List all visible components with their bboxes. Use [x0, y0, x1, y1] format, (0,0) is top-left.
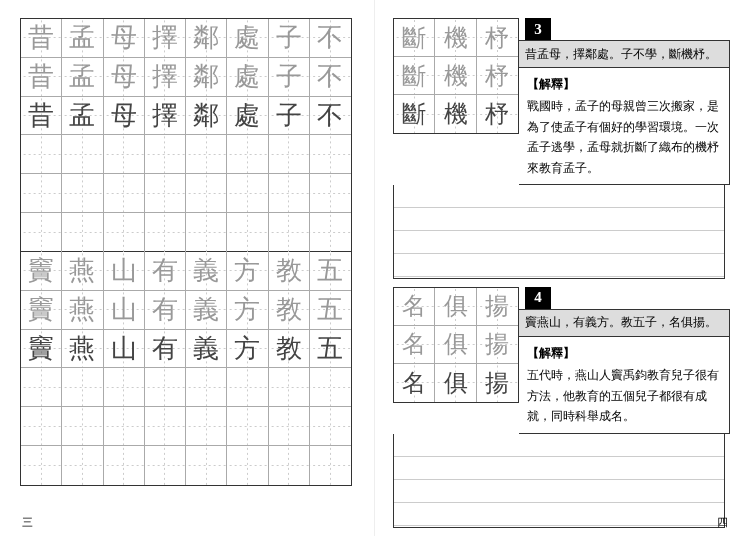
grid-cell — [269, 174, 310, 212]
grid-cell — [186, 446, 227, 485]
grid-cell: 昔 — [21, 19, 62, 57]
grid-cell: 名 — [394, 288, 435, 325]
grid-cell: 竇 — [21, 291, 62, 329]
grid-cell: 斷 — [394, 95, 435, 133]
grid-cell: 揚 — [477, 288, 518, 325]
grid-cell: 昔 — [21, 97, 62, 135]
grid-cell: 鄰 — [186, 58, 227, 96]
grid-cell — [186, 213, 227, 252]
verse-header: 竇燕山，有義方。教五子，名俱揚。 — [519, 309, 730, 337]
grid-cell: 不 — [310, 19, 351, 57]
grid-cell: 擇 — [145, 19, 186, 57]
grid-cell: 機 — [435, 95, 476, 133]
grid-cell: 鄰 — [186, 19, 227, 57]
grid-cell — [227, 135, 268, 173]
writing-lines — [393, 185, 725, 279]
grid-cell — [269, 446, 310, 485]
grid-cell: 杼 — [477, 19, 518, 56]
explanation-box: 【解釋】五代時，燕山人竇禹鈞教育兒子很有方法，他教育的五個兒子都很有成就，同時科… — [519, 337, 730, 434]
grid-cell: 孟 — [62, 58, 103, 96]
grid-cell: 燕 — [62, 330, 103, 368]
left-page: 昔孟母擇鄰處子不昔孟母擇鄰處子不昔孟母擇鄰處子不竇燕山有義方教五竇燕山有義方教五… — [0, 0, 375, 536]
grid-cell: 山 — [104, 330, 145, 368]
section-number-badge: 3 — [525, 18, 551, 40]
grid-cell — [21, 174, 62, 212]
grid-cell: 竇 — [21, 330, 62, 368]
grid-cell — [186, 135, 227, 173]
grid-cell — [104, 174, 145, 212]
grid-cell — [145, 135, 186, 173]
grid-cell: 不 — [310, 58, 351, 96]
grid-cell: 母 — [104, 58, 145, 96]
grid-cell: 俱 — [435, 364, 476, 402]
grid-cell — [21, 368, 62, 406]
grid-cell — [62, 446, 103, 485]
grid-cell: 昔 — [21, 58, 62, 96]
grid-cell: 母 — [104, 19, 145, 57]
right-page-number: 四 — [717, 515, 728, 530]
grid-cell: 燕 — [62, 291, 103, 329]
grid-cell: 方 — [227, 291, 268, 329]
grid-cell: 方 — [227, 252, 268, 290]
grid-cell: 處 — [227, 58, 268, 96]
grid-cell: 教 — [269, 252, 310, 290]
grid-cell: 子 — [269, 58, 310, 96]
grid-cell — [227, 213, 268, 252]
grid-cell — [104, 135, 145, 173]
grid-cell: 五 — [310, 252, 351, 290]
grid-cell: 揚 — [477, 326, 518, 363]
grid-cell: 機 — [435, 57, 476, 94]
explanation-title: 【解釋】 — [527, 74, 721, 94]
grid-cell: 名 — [394, 364, 435, 402]
grid-cell: 名 — [394, 326, 435, 363]
grid-cell: 子 — [269, 19, 310, 57]
grid-cell: 斷 — [394, 19, 435, 56]
writing-lines — [393, 434, 725, 528]
grid-cell — [21, 446, 62, 485]
grid-cell: 山 — [104, 291, 145, 329]
grid-cell — [62, 174, 103, 212]
explanation-title: 【解釋】 — [527, 343, 721, 363]
grid-cell — [104, 446, 145, 485]
grid-cell: 子 — [269, 97, 310, 135]
grid-cell — [310, 135, 351, 173]
grid-cell: 義 — [186, 252, 227, 290]
grid-cell: 處 — [227, 19, 268, 57]
section-number-badge: 4 — [525, 287, 551, 309]
grid-cell: 不 — [310, 97, 351, 135]
grid-cell — [62, 368, 103, 406]
grid-cell: 俱 — [435, 288, 476, 325]
grid-cell — [310, 174, 351, 212]
grid-cell: 五 — [310, 291, 351, 329]
grid-cell — [269, 407, 310, 445]
grid-cell: 教 — [269, 291, 310, 329]
grid-cell — [21, 213, 62, 252]
grid-cell — [227, 368, 268, 406]
verse-header: 昔孟母，擇鄰處。子不學，斷機杼。 — [519, 40, 730, 68]
grid-cell — [21, 135, 62, 173]
grid-cell: 擇 — [145, 97, 186, 135]
practice-grid: 竇燕山有義方教五竇燕山有義方教五竇燕山有義方教五 — [20, 252, 352, 486]
grid-cell — [227, 174, 268, 212]
grid-cell: 揚 — [477, 364, 518, 402]
grid-cell: 五 — [310, 330, 351, 368]
grid-cell: 擇 — [145, 58, 186, 96]
grid-cell — [21, 407, 62, 445]
grid-cell — [227, 407, 268, 445]
mini-practice-grid: 名俱揚名俱揚名俱揚 — [393, 287, 519, 403]
grid-cell: 有 — [145, 291, 186, 329]
grid-cell — [62, 213, 103, 252]
grid-cell: 方 — [227, 330, 268, 368]
grid-cell — [62, 407, 103, 445]
grid-cell: 孟 — [62, 97, 103, 135]
explanation-box: 【解釋】戰國時，孟子的母親曾三次搬家，是為了使孟子有個好的學習環境。一次孟子逃學… — [519, 68, 730, 185]
grid-cell — [186, 174, 227, 212]
grid-cell — [104, 407, 145, 445]
grid-cell: 教 — [269, 330, 310, 368]
grid-cell: 義 — [186, 291, 227, 329]
grid-cell — [269, 135, 310, 173]
grid-cell — [310, 407, 351, 445]
grid-cell — [186, 368, 227, 406]
grid-cell — [145, 368, 186, 406]
explanation-text: 五代時，燕山人竇禹鈞教育兒子很有方法，他教育的五個兒子都很有成就，同時科舉成名。 — [527, 365, 721, 426]
